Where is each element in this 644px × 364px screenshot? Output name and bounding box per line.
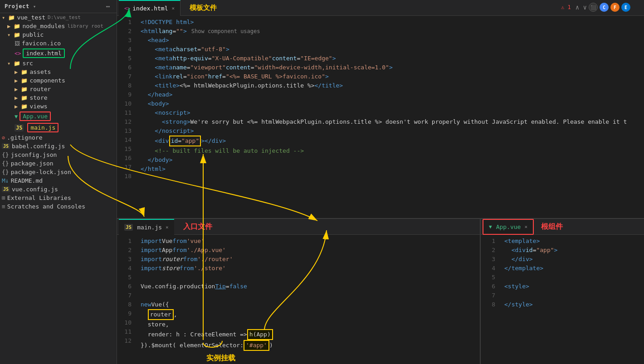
code-line-6: <meta name="viewport" content="width=dev… <box>141 63 644 72</box>
tree-label-favicon: favicon.ico <box>22 40 61 47</box>
folder-icon-src: ▾ 📁 <box>7 60 20 67</box>
tree-item-assets[interactable]: ▶ 📁 assets <box>0 68 117 76</box>
code-line-4: <meta charset="utf-8"> <box>141 45 644 54</box>
entryfile-annotation: 入口文件 <box>183 222 212 232</box>
tree-label-scratches: Scratches and Consoles <box>7 203 85 210</box>
folder-icon-assets: ▶ 📁 <box>15 69 28 75</box>
file-icon-scratches: ≡ <box>2 203 5 210</box>
tree-item-public[interactable]: ▾ 📁 public <box>0 30 117 39</box>
main-line-7 <box>141 291 480 300</box>
error-badge: ⚠ 1 <box>561 4 571 10</box>
tab-close-appvue[interactable]: × <box>524 224 527 230</box>
code-line-5: <meta http-equiv="X-UA-Compatible" conte… <box>141 54 644 63</box>
tree-item-babel[interactable]: JS babel.config.js <box>0 142 117 150</box>
tree-item-vue_test[interactable]: ▾ 📁 vue_test D:\vue_test <box>0 13 117 22</box>
code-line-2: <html lang="">Show component usages <box>141 27 644 36</box>
sidebar-more-icon[interactable]: ⋯ <box>106 3 110 10</box>
tree-item-views[interactable]: ▶ 📁 views <box>0 102 117 111</box>
tab-close-indexhtml[interactable]: × <box>172 5 175 11</box>
tree-item-external-libs[interactable]: ⊞ External Libraries <box>0 194 117 202</box>
tab-bar-top: <> index.html × 模板文件 ⚠ 1 ∧ ∨ ⬛ C F E <box>117 0 644 16</box>
tree-item-gitignore[interactable]: ⊘ .gitignore <box>0 133 117 142</box>
tree-item-readme[interactable]: M↓ README.md <box>0 176 117 185</box>
tree-item-favicon[interactable]: 🖼 favicon.ico <box>0 39 117 48</box>
tree-label-path: D:\vue_test <box>48 15 81 20</box>
pane-tab-bar-right: ▼ App.vue × 根组件 <box>481 219 644 235</box>
tree-item-main-js[interactable]: JS main.js <box>0 122 117 133</box>
tree-item-src[interactable]: ▾ 📁 src <box>0 59 117 68</box>
router-highlighted: router <box>148 309 174 320</box>
tree-label-router: router <box>29 86 51 92</box>
tree-item-node_modules[interactable]: ▶ 📁 node_modules library root <box>0 22 117 30</box>
tree-item-store[interactable]: ▶ 📁 store <box>0 93 117 102</box>
main-line-11: render: h : CreateElement => h(App) <box>141 329 480 340</box>
tree-item-router[interactable]: ▶ 📁 router <box>0 85 117 93</box>
tree-item-components[interactable]: ▶ 📁 components <box>0 76 117 85</box>
app-line-7 <box>504 291 644 300</box>
code-line-11: <noscript> <box>141 108 644 117</box>
code-line-3: <head> <box>141 36 644 45</box>
code-editor-top[interactable]: 12345 678910 1112131415 161718 <!DOCTYPE… <box>117 16 644 218</box>
main-line-6: Vue.config.productionTip = false <box>141 282 480 291</box>
library-root-label: library root <box>67 23 103 29</box>
folder-icon-nm: ▶ 📁 <box>7 23 20 29</box>
main-line-4: import store from './store' <box>141 264 480 273</box>
line-numbers-left: 12345 678910 1112 <box>117 235 135 364</box>
tree-label-store: store <box>29 94 47 101</box>
file-icon-gitignore: ⊘ <box>2 135 5 141</box>
mount-highlight: '#app' <box>244 340 269 351</box>
tree-item-package-lock[interactable]: {} package-lock.json <box>0 168 117 176</box>
main-line-5 <box>141 273 480 282</box>
top-right-toolbar: ⚠ 1 ∧ ∨ ⬛ C F E <box>561 3 630 12</box>
tree-label-package-lock: package-lock.json <box>11 169 71 175</box>
code-line-16: </body> <box>141 155 644 165</box>
tab-index-html[interactable]: <> index.html × <box>119 0 181 16</box>
folder-icon-store: ▶ 📁 <box>15 95 28 101</box>
code-line-10: <body> <box>141 99 644 108</box>
editor-bottom: JS main.js × 入口文件 12345 678910 1112 impo… <box>117 219 644 364</box>
tab-label-mainjs: main.js <box>137 224 162 231</box>
edge-icon[interactable]: E <box>621 3 630 12</box>
tree-label-nm: node_modules <box>22 23 65 29</box>
tree-item-app-vue[interactable]: ▼ App.vue <box>0 111 117 122</box>
tree-item-scratches[interactable]: ≡ Scratches and Consoles <box>0 202 117 211</box>
tab-close-mainjs[interactable]: × <box>166 224 169 230</box>
main-line-2: import App from './App.vue' <box>141 246 480 255</box>
code-content-top: <!DOCTYPE html> <html lang="">Show compo… <box>135 16 644 218</box>
main-content: <> index.html × 模板文件 ⚠ 1 ∧ ∨ ⬛ C F E 123… <box>117 0 644 364</box>
tree-label-components: components <box>29 77 65 84</box>
tree-item-vue-config[interactable]: JS vue.config.js <box>0 185 117 194</box>
folder-icon-components: ▶ 📁 <box>15 78 28 84</box>
tree-item-jsconfig[interactable]: {} jsconfig.json <box>0 150 117 159</box>
folder-icon-views: ▶ 📁 <box>15 103 28 110</box>
pane-code-right[interactable]: 12345 678 <template> <div id="app"> </di… <box>481 235 644 364</box>
sidebar-header[interactable]: Project ▾ ⋯ <box>0 0 117 13</box>
pane-tab-appvue[interactable]: ▼ App.vue × <box>483 219 534 235</box>
tree-label-jsconfig: jsconfig.json <box>11 151 57 158</box>
file-icon-vueconfig: JS <box>2 186 10 192</box>
monitor-icon[interactable]: ⬛ <box>589 3 598 12</box>
file-icon-favicon: 🖼 <box>15 40 20 47</box>
code-content-left: import Vue from 'vue' import App from '.… <box>135 235 480 364</box>
pane-tab-bar-left: JS main.js × 入口文件 <box>117 219 480 235</box>
main-line-9: router, <box>141 309 480 320</box>
file-icon-packagelock: {} <box>2 169 9 175</box>
expand-icon[interactable]: ∧ ∨ <box>576 4 587 11</box>
code-line-1: <!DOCTYPE html> <box>141 18 644 27</box>
pane-code-left[interactable]: 12345 678910 1112 import Vue from 'vue' … <box>117 235 480 364</box>
main-line-1: import Vue from 'vue' <box>141 237 480 246</box>
folder-icon-public: ▾ 📁 <box>7 32 20 38</box>
tree-label-index-html: index.html <box>23 49 64 58</box>
tree-item-package[interactable]: {} package.json <box>0 159 117 168</box>
rootcomp-annotation: 根组件 <box>541 222 563 232</box>
pane-tab-mainjs[interactable]: JS main.js × <box>119 219 174 235</box>
chrome-icon[interactable]: C <box>600 3 609 12</box>
file-icon-mainjs: JS <box>15 124 24 131</box>
app-line-8: </style> <box>504 300 644 309</box>
tree-item-index-html[interactable]: <> index.html <box>0 48 117 59</box>
firefox-icon[interactable]: F <box>610 3 620 12</box>
code-line-17: </html> <box>141 165 644 174</box>
app-line-3: </div> <box>504 255 644 264</box>
h-app-highlight: h(App) <box>247 329 273 340</box>
main-line-8: new Vue({ <box>141 300 480 309</box>
